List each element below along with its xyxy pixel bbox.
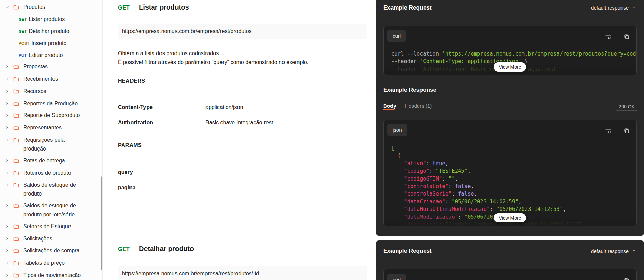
tab-headers[interactable]: Headers (1) [405,103,432,109]
active-tab-underline [383,109,395,110]
sidebar-folder-recebimentos[interactable]: Recebimentos [0,73,102,85]
sidebar-folder-label: Recebimentos [23,75,58,83]
code-line: [ [391,144,636,152]
header-value: application/json [205,104,243,110]
code-line: "controlaLote": false, [391,183,636,190]
folder-icon [13,64,19,72]
wrap-lines-icon[interactable] [605,277,612,280]
sidebar-request-listar-produtos[interactable]: GETListar produtos [0,14,102,26]
sidebar-folder-label: Tabelas de preço [23,259,65,267]
folder-icon [13,158,19,166]
chevron-right-icon [3,77,11,81]
code-line: { [391,152,636,159]
code-line: "dataHoraUltimaModificacao": "05/06/2023… [391,205,636,213]
params-section-title: PARAMS [118,142,367,154]
sidebar-folder-rotas-de-entrega[interactable]: Rotas de entrega [0,155,102,167]
endpoint-title: Detalhar produto [139,245,194,253]
sidebar-request-label: Inserir produto [31,39,66,48]
chevron-right-icon [3,102,11,106]
wrap-lines-icon[interactable] [605,33,612,40]
folder-icon [13,137,19,145]
chevron-down-icon [3,5,11,9]
folder-icon [13,223,19,231]
sidebar-folder-tipos-de-movimentacao[interactable]: Tipos de movimentação [0,269,102,280]
chevron-right-icon [3,261,11,265]
sidebar-folder-reporte-de-subproduto[interactable]: Reporte de Subproduto [0,110,102,122]
header-value: Basic chave-integração-rest [205,120,273,126]
section-divider [108,234,376,234]
response-selector[interactable]: default response [591,5,637,11]
folder-icon [13,170,19,178]
sidebar-folder-setores-de-estoque[interactable]: Setores de Estoque [0,221,102,233]
sidebar-folder-reportes-da-producao[interactable]: Reportes da Produção [0,97,102,110]
sidebar-folder-requisicoes-pela-producao[interactable]: Requisições pela produção [0,134,102,155]
sidebar-folder-propostas[interactable]: Propostas [0,61,102,73]
sidebar-folder-tabelas-de-preco[interactable]: Tabelas de preço [0,257,102,269]
view-more-button[interactable]: View More [494,62,526,72]
example-panel-2: Example Request default response curl [376,240,644,280]
sidebar-folder-label: Representantes [23,123,62,132]
response-selector-label: default response [591,248,629,254]
chevron-right-icon [3,183,11,187]
sidebar-folder-label: Tipos de movimentação [23,271,81,280]
wrap-lines-icon[interactable] [605,127,612,134]
description-line: É possível filtrar através do parâmetro … [118,58,308,67]
chevron-right-icon [3,126,11,130]
sidebar-folder-solicitacoes-de-compra[interactable]: Solicitações de compra [0,245,102,257]
tab-body[interactable]: Body [383,103,396,109]
folder-icon [13,100,19,108]
language-chip[interactable]: curl [387,30,406,42]
language-chip[interactable]: curl [387,274,406,280]
endpoint-heading: GET Listar produtos [118,3,189,11]
sidebar-request-label: Detalhar produto [29,27,70,36]
method-badge-get: GET [118,4,130,11]
sidebar-request-label: Editar produto [29,51,63,60]
copy-icon[interactable] [623,33,630,40]
response-selector[interactable]: default response [591,248,637,254]
sidebar-folder-label: Produtos [23,3,45,12]
copy-icon[interactable] [623,277,630,280]
sidebar-folder-solicitacoes[interactable]: Solicitações [0,233,102,245]
sidebar-folder-produtos[interactable]: Produtos [0,1,102,14]
chevron-right-icon [3,224,11,229]
sidebar-folder-saldos-de-estoque-de-produto-por-lote-serie[interactable]: Saldos de estoque de produto por lote/sé… [0,200,102,221]
headers-section-title: HEADERS [118,78,367,90]
header-row: Content-Type application/json [118,104,367,110]
sidebar-request-inserir-produto[interactable]: POSTInserir produto [0,37,102,49]
json-code-block: json [ { "ativo": true, "codigo": "TESTE… [383,120,637,226]
folder-icon [13,76,19,84]
sidebar-request-detalhar-produto[interactable]: GETDetalhar produto [0,26,102,37]
example-request-title: Example Request [383,4,432,11]
chevron-down-icon [632,5,637,11]
code-line: "controlaSerie": false, [391,190,636,198]
chevron-right-icon [3,171,11,175]
folder-icon [13,88,19,96]
sidebar-request-editar-produto[interactable]: PUTEditar produto [0,49,102,61]
method-badge-get: GET [118,246,130,253]
chevron-right-icon [3,159,11,163]
sidebar-folder-representantes[interactable]: Representantes [0,122,102,134]
language-chip[interactable]: json [387,124,407,136]
endpoint-url-box: https://empresa.nomus.com.br/empresa/res… [118,266,367,280]
folder-icon [13,248,19,255]
curl-code-block: curl [383,269,637,280]
sidebar-folder-label: Solicitações de compra [23,246,79,255]
sidebar-folder-label: Solicitações [23,234,52,243]
sidebar-folder-roteiros-de-produto[interactable]: Roteiros de produto [0,167,102,179]
endpoint-url: https://empresa.nomus.com.br/empresa/res… [122,270,259,277]
response-selector-label: default response [591,5,629,11]
sidebar-request-label: Listar produtos [29,15,65,24]
code-line: "codigoGTIN": "", [391,175,636,183]
endpoint-title: Listar produtos [139,3,189,11]
sidebar-folder-label: Reporte de Subproduto [23,111,80,120]
doc-main: GET Listar produtos https://empresa.nomu… [103,0,376,280]
sidebar-folder-saldos-de-estoque-de-produto[interactable]: Saldos de estoque de produto [0,179,102,200]
copy-icon[interactable] [623,127,630,134]
param-name: query [118,169,133,175]
code-line: "ativo": true, [391,160,636,167]
view-more-button[interactable]: View More [494,213,526,222]
method-badge-put: PUT [19,51,27,60]
sidebar: ProdutosGETListar produtosGETDetalhar pr… [0,0,103,280]
sidebar-folder-recursos[interactable]: Recursos [0,85,102,97]
example-request-title: Example Request [383,248,432,254]
